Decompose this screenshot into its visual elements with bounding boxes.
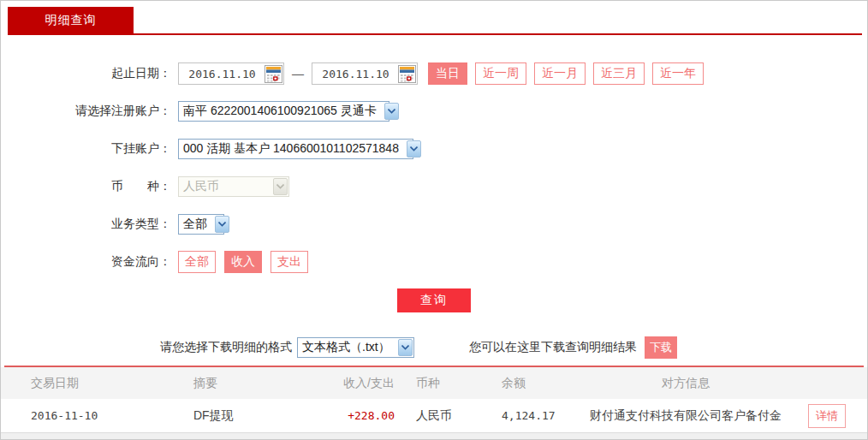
fund-flow-buttons: 全部 收入 支出 [178, 251, 317, 273]
range-button-today[interactable]: 当日 [428, 62, 467, 85]
flow-button-income[interactable]: 收入 [224, 251, 262, 273]
register-account-row: 请选择注册账户： 南平 6222001406100921065 灵通卡 [1, 100, 867, 122]
chevron-down-icon [398, 339, 413, 356]
query-form: 起止日期： 2016.11.10 [1, 35, 867, 359]
bottom-strip [1, 433, 867, 440]
cell-summary: DF提现 [193, 408, 322, 424]
cell-currency: 人民币 [416, 408, 476, 424]
detail-query-page: 明细查询 起止日期： 2016.11.10 [0, 0, 868, 440]
query-button[interactable]: 查询 [397, 288, 471, 312]
chevron-down-icon [407, 140, 421, 158]
sub-account-row: 下挂账户： 000 活期 基本户 1406600101102571848 [1, 138, 867, 160]
date-range-dash: — [292, 67, 304, 80]
flow-button-all[interactable]: 全部 [178, 251, 216, 273]
date-to-input[interactable]: 2016.11.10 [312, 62, 418, 85]
business-type-value: 全部 [183, 217, 214, 232]
sub-account-select[interactable]: 000 活期 基本户 1406600101102571848 [178, 139, 413, 159]
business-type-select[interactable]: 全部 [178, 214, 224, 235]
header-transaction-date: 交易日期 [1, 376, 193, 391]
detail-button[interactable]: 详情 [808, 404, 846, 428]
chevron-down-icon [215, 216, 229, 233]
range-button-last-week[interactable]: 近一周 [475, 62, 526, 85]
header-counterparty: 对方信息 [579, 376, 793, 391]
date-to-value: 2016.11.10 [313, 68, 398, 80]
table-row: 2016-11-10 DF提现 +228.00 人民币 4,124.17 财付通… [1, 399, 867, 433]
chevron-down-icon [384, 103, 399, 120]
tab-detail-query-label: 明细查询 [45, 13, 97, 28]
header-summary: 摘要 [193, 376, 322, 391]
register-account-label: 请选择注册账户： [1, 104, 178, 119]
fund-flow-label: 资金流向： [1, 254, 178, 270]
calendar-icon[interactable] [265, 65, 282, 83]
download-format-select[interactable]: 文本格式（.txt） [297, 337, 414, 358]
currency-row: 币 种： 人民币 [1, 175, 867, 198]
fund-flow-row: 资金流向： 全部 收入 支出 [1, 251, 867, 273]
business-type-row: 业务类型： 全部 [1, 213, 867, 235]
download-button[interactable]: 下载 [645, 336, 677, 359]
cell-counterparty: 财付通支付科技有限公司客户备付金 [579, 408, 793, 424]
header-income-expense: 收入/支出 [322, 376, 395, 391]
cell-balance: 4,124.17 [502, 409, 579, 422]
tab-bar: 明细查询 [1, 1, 867, 35]
cell-transaction-date: 2016-11-10 [1, 409, 193, 422]
date-from-input[interactable]: 2016.11.10 [178, 62, 284, 85]
range-button-last-3-months[interactable]: 近三月 [593, 62, 645, 85]
query-button-row: 查询 [1, 288, 867, 312]
download-hint: 您可以在这里下载查询明细结果 [469, 340, 637, 355]
chevron-down-icon [273, 178, 288, 195]
date-range-row: 起止日期： 2016.11.10 [1, 62, 867, 85]
results-table: 交易日期 摘要 收入/支出 币种 余额 对方信息 2016-11-10 DF提现… [1, 367, 867, 433]
date-range-label: 起止日期： [1, 66, 178, 81]
cell-amount: +228.00 [322, 409, 395, 422]
currency-select: 人民币 [178, 176, 289, 197]
tab-detail-query[interactable]: 明细查询 [8, 7, 134, 33]
register-account-value: 南平 6222001406100921065 灵通卡 [183, 104, 383, 119]
flow-button-expense[interactable]: 支出 [271, 251, 308, 273]
range-button-last-year[interactable]: 近一年 [652, 62, 704, 85]
currency-value: 人民币 [183, 179, 272, 194]
download-format-label: 请您选择下载明细的格式 [160, 340, 292, 355]
sub-account-label: 下挂账户： [1, 141, 178, 157]
download-row: 请您选择下载明细的格式 文本格式（.txt） 您可以在这里下载查询明细结果 下载 [1, 336, 867, 359]
header-balance: 余额 [502, 376, 579, 391]
date-from-value: 2016.11.10 [180, 68, 265, 80]
header-currency: 币种 [416, 376, 476, 391]
currency-label: 币 种： [1, 179, 178, 194]
register-account-select[interactable]: 南平 6222001406100921065 灵通卡 [178, 101, 389, 122]
download-format-value: 文本格式（.txt） [302, 340, 397, 355]
calendar-icon[interactable] [398, 65, 416, 83]
sub-account-value: 000 活期 基本户 1406600101102571848 [183, 141, 406, 157]
business-type-label: 业务类型： [1, 217, 178, 232]
range-button-last-month[interactable]: 近一月 [534, 62, 586, 85]
table-header: 交易日期 摘要 收入/支出 币种 余额 对方信息 [1, 367, 867, 399]
quick-range-buttons: 当日 近一周 近一月 近三月 近一年 [428, 62, 711, 85]
